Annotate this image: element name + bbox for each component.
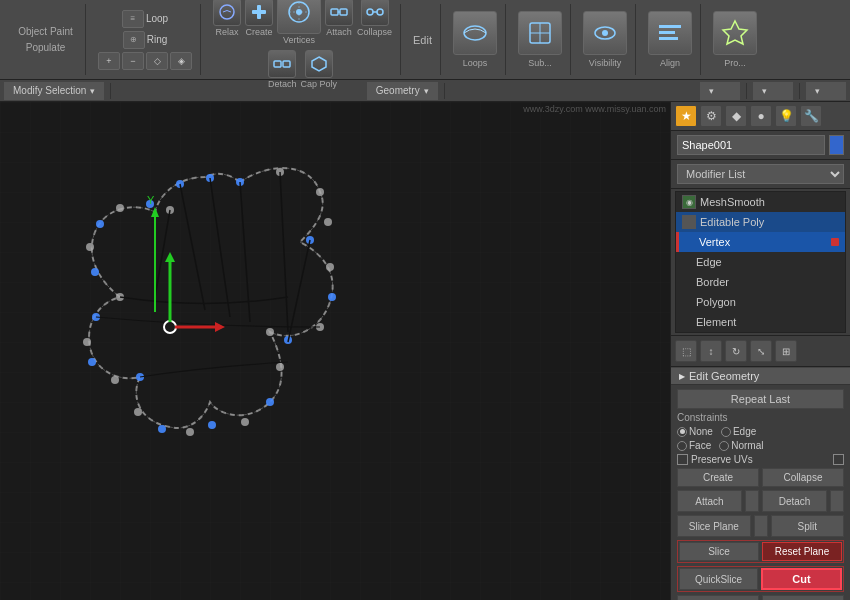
constraint-none[interactable]: None xyxy=(677,426,713,437)
mod-polygon[interactable]: Polygon xyxy=(676,292,845,312)
modify-selection-dropdown[interactable]: Modify Selection xyxy=(4,82,104,100)
create-collapse-row: Create Collapse xyxy=(677,468,844,487)
constraint-face[interactable]: Face xyxy=(677,440,711,451)
mod-element[interactable]: Element xyxy=(676,312,845,332)
relax-icon[interactable] xyxy=(213,0,241,26)
constraints-row1: None Edge xyxy=(677,426,844,437)
panel-tab-hierarchy[interactable]: ⚙ xyxy=(700,105,722,127)
mod-meshsmooth[interactable]: ◉ MeshSmooth xyxy=(676,192,845,212)
ring-btn[interactable]: ⊕ Ring xyxy=(123,31,168,49)
cut-btn[interactable]: Cut xyxy=(761,568,842,590)
mod-border[interactable]: Border xyxy=(676,272,845,292)
constraint-edge[interactable]: Edge xyxy=(721,426,756,437)
create-icon[interactable] xyxy=(245,0,273,26)
empty-dropdown3[interactable] xyxy=(806,82,846,100)
editablepoly-eye[interactable] xyxy=(682,215,696,229)
tessellate-btn[interactable]: Tessellate xyxy=(762,595,844,600)
extra1-icon[interactable]: ◇ xyxy=(146,52,168,70)
sub-section: Sub... xyxy=(510,4,571,75)
preserve-uvs-checkbox2[interactable] xyxy=(833,454,844,465)
svg-rect-6 xyxy=(340,9,347,15)
preserve-uvs-checkbox[interactable] xyxy=(677,454,688,465)
svg-rect-22 xyxy=(0,102,670,600)
panel-tab-favorites[interactable]: ★ xyxy=(675,105,697,127)
modifier-stack: ◉ MeshSmooth Editable Poly Vertex Edge B… xyxy=(675,191,846,333)
viewport[interactable]: www.3dzy.com www.missy.uan.com xyxy=(0,102,670,600)
meshsmooth-eye[interactable]: ◉ xyxy=(682,195,696,209)
pro-big-icon[interactable] xyxy=(713,11,757,55)
none-radio[interactable] xyxy=(677,427,687,437)
modifier-list-dropdown[interactable]: Modifier List xyxy=(677,164,844,184)
cap-poly-icon[interactable] xyxy=(305,50,333,78)
tool-move-icon[interactable]: ↕ xyxy=(700,340,722,362)
tool-select-icon[interactable]: ⬚ xyxy=(675,340,697,362)
top-toolbar: Object Paint Populate ≡ Loop ⊕ Ring + − … xyxy=(0,0,850,80)
populate-label: Populate xyxy=(26,42,65,53)
visibility-label: Visibility xyxy=(589,58,621,68)
edge-radio[interactable] xyxy=(721,427,731,437)
svg-point-29 xyxy=(326,263,334,271)
edit-geometry-header[interactable]: Edit Geometry xyxy=(671,367,850,385)
loop-icon[interactable]: ≡ xyxy=(122,10,144,28)
constraint-normal[interactable]: Normal xyxy=(719,440,763,451)
repeat-last-btn[interactable]: Repeat Last xyxy=(677,389,844,409)
svg-point-12 xyxy=(464,26,486,40)
detach-btn[interactable]: Detach xyxy=(762,490,827,512)
svg-point-47 xyxy=(91,268,99,276)
ring-icon[interactable]: ⊕ xyxy=(123,31,145,49)
collapse-icon[interactable] xyxy=(361,0,389,26)
loops-big-icon[interactable] xyxy=(453,11,497,55)
vertex-indicator xyxy=(831,238,839,246)
empty-dropdown2[interactable] xyxy=(753,82,793,100)
collapse-btn[interactable]: Collapse xyxy=(762,468,844,487)
shape-name-input[interactable] xyxy=(677,135,825,155)
svg-rect-2 xyxy=(257,5,261,19)
svg-rect-19 xyxy=(659,31,675,34)
relax-label: Relax xyxy=(215,27,238,37)
detach-label: Detach xyxy=(268,79,297,89)
shrink-icon[interactable]: − xyxy=(122,52,144,70)
mod-vertex[interactable]: Vertex xyxy=(676,232,845,252)
normal-radio[interactable] xyxy=(719,441,729,451)
loop-btn[interactable]: ≡ Loop xyxy=(122,10,168,28)
panel-tab-motion[interactable]: ● xyxy=(750,105,772,127)
vertex-label: Vertex xyxy=(699,236,730,248)
vertices-icon[interactable] xyxy=(277,0,321,34)
attach-checkbox[interactable] xyxy=(745,490,759,512)
visibility-section: Visibility xyxy=(575,4,636,75)
attach-btn[interactable]: Attach xyxy=(677,490,742,512)
mod-edge[interactable]: Edge xyxy=(676,252,845,272)
visibility-big-icon[interactable] xyxy=(583,11,627,55)
extra2-icon[interactable]: ◈ xyxy=(170,52,192,70)
loop-ring-section: ≡ Loop ⊕ Ring + − ◇ ◈ xyxy=(90,4,201,75)
attach-icon[interactable] xyxy=(325,0,353,26)
split-btn[interactable]: Split xyxy=(771,515,845,537)
align-big-icon[interactable] xyxy=(648,11,692,55)
loops-label: Loops xyxy=(463,58,488,68)
shape-color-swatch[interactable] xyxy=(829,135,844,155)
svg-marker-11 xyxy=(312,57,326,71)
empty-dropdown1[interactable] xyxy=(700,82,740,100)
split-checkbox[interactable] xyxy=(754,515,768,537)
reset-plane-btn[interactable]: Reset Plane xyxy=(762,542,842,561)
panel-tab-modifier[interactable]: ◆ xyxy=(725,105,747,127)
panel-tab-utilities[interactable]: 🔧 xyxy=(800,105,822,127)
tool-rotate-icon[interactable]: ↻ xyxy=(725,340,747,362)
separator4 xyxy=(799,83,800,99)
detach-checkbox[interactable] xyxy=(830,490,844,512)
svg-point-27 xyxy=(324,218,332,226)
detach-icon[interactable] xyxy=(268,50,296,78)
create-btn[interactable]: Create xyxy=(677,468,759,487)
panel-tab-display[interactable]: 💡 xyxy=(775,105,797,127)
quickslice-btn[interactable]: QuickSlice xyxy=(679,568,758,590)
sub-big-icon[interactable] xyxy=(518,11,562,55)
geometry-dropdown[interactable]: Geometry xyxy=(367,82,438,100)
slice-btn[interactable]: Slice xyxy=(679,542,759,561)
slice-plane-btn[interactable]: Slice Plane xyxy=(677,515,751,537)
mod-editable-poly[interactable]: Editable Poly xyxy=(676,212,845,232)
grow-icon[interactable]: + xyxy=(98,52,120,70)
msmooth-btn[interactable]: MSmooth xyxy=(677,595,759,600)
tool-extra1-icon[interactable]: ⊞ xyxy=(775,340,797,362)
face-radio[interactable] xyxy=(677,441,687,451)
tool-scale-icon[interactable]: ⤡ xyxy=(750,340,772,362)
